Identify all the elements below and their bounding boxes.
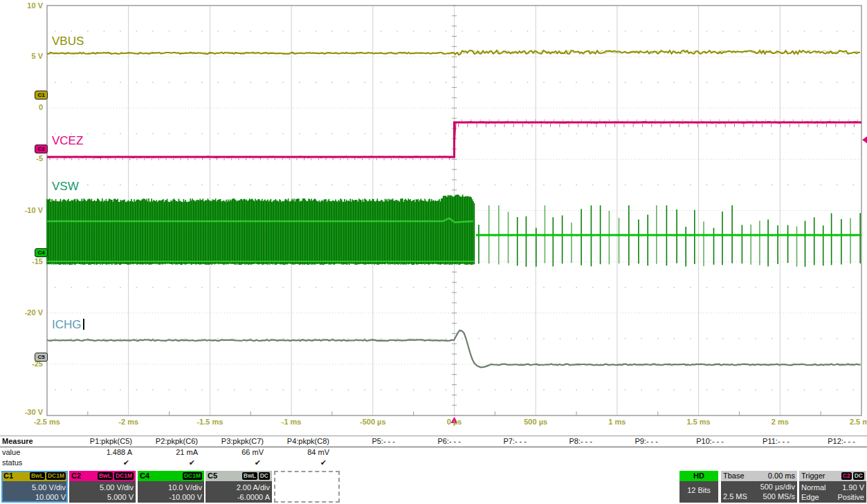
dc1m-badge: DC1M bbox=[46, 472, 66, 480]
measure-status-p2: ✔ bbox=[134, 458, 199, 468]
channel-marker-c1[interactable]: C1 bbox=[35, 91, 48, 100]
trace-label-vbus[interactable]: VBUS bbox=[52, 35, 84, 48]
measure-status-row: status ✔✔✔✔ bbox=[0, 458, 867, 468]
bwl-badge: BwL bbox=[242, 472, 257, 480]
x-axis-label: 0 µs bbox=[427, 418, 482, 426]
measure-table: Measure P1:pkpk(C5)P2:pkpk(C6)P3:pkpk(C7… bbox=[0, 436, 867, 468]
oscilloscope-screen: 10 V5 V0-5-10 V-15-20 V-25-30 V -2.5 ms-… bbox=[0, 0, 867, 504]
measure-value-p4: 84 mV bbox=[265, 447, 331, 458]
waveform-plot[interactable] bbox=[0, 0, 867, 434]
channel-marker-c5[interactable]: C5 bbox=[35, 353, 48, 362]
channel-descriptor-header: C5BwLDC bbox=[206, 471, 272, 481]
y-axis-label: -20 V bbox=[0, 308, 43, 317]
y-axis-label: 5 V bbox=[0, 52, 43, 60]
hd-mode-box[interactable]: HD 12 Bits bbox=[679, 471, 718, 503]
measure-param-header-p4[interactable]: P4:pkpk(C8) bbox=[265, 436, 331, 447]
x-axis-label: 2 ms bbox=[752, 418, 807, 426]
trigger-level: 1.90 V bbox=[842, 483, 864, 492]
channel-descriptor-header: C2BwLDC1M bbox=[69, 471, 136, 481]
measure-header-label: Measure bbox=[0, 436, 68, 447]
measure-param-headers: P1:pkpk(C5)P2:pkpk(C6)P3:pkpk(C7)P4:pkpk… bbox=[68, 436, 857, 447]
measure-status-label: status bbox=[0, 458, 68, 468]
channel-descriptor-header: C4DC1M bbox=[138, 471, 204, 481]
y-axis-label: -10 V bbox=[0, 206, 43, 214]
trigger-type: Edge bbox=[801, 492, 819, 502]
channel-id: C5 bbox=[208, 471, 217, 481]
measure-param-header-p8[interactable]: P8:- - - bbox=[528, 436, 594, 447]
measure-param-header-p5[interactable]: P5:- - - bbox=[331, 436, 396, 447]
x-axis-label: 1.5 ms bbox=[671, 418, 727, 426]
channel-offset: 10.000 V bbox=[1, 492, 68, 502]
measure-header-row: Measure P1:pkpk(C5)P2:pkpk(C6)P3:pkpk(C7… bbox=[0, 436, 867, 447]
measure-values: 1.488 A21 mA66 mV84 mV bbox=[68, 447, 857, 458]
measure-value-row: value 1.488 A21 mA66 mV84 mV bbox=[0, 447, 867, 458]
channel-scale: 2.00 A/div bbox=[206, 481, 272, 492]
channel-marker-c4[interactable]: C4 bbox=[35, 248, 48, 257]
measure-param-header-p10[interactable]: P10:- - - bbox=[659, 436, 725, 447]
measure-value-p10 bbox=[659, 447, 725, 458]
x-axis-label: 500 µs bbox=[508, 418, 563, 426]
measure-param-header-p1[interactable]: P1:pkpk(C5) bbox=[68, 436, 134, 447]
measure-value-p11 bbox=[725, 447, 791, 458]
measure-param-header-p3[interactable]: P3:pkpk(C7) bbox=[199, 436, 265, 447]
channel-descriptor-c1[interactable]: C1BwLDC1M5.00 V/div10.000 V bbox=[1, 471, 68, 503]
bwl-badge: BwL bbox=[30, 472, 45, 480]
trace-label-text: ICHG bbox=[52, 318, 82, 331]
channel-marker-c2[interactable]: C2 bbox=[35, 144, 48, 153]
measure-value-p1: 1.488 A bbox=[68, 447, 134, 458]
measure-status-p3: ✔ bbox=[199, 458, 265, 468]
x-axis-label: 2.5 ms bbox=[834, 418, 867, 426]
timebase-box[interactable]: Tbase 0.00 ms 500 µs/div 2.5 MS 500 MS/s bbox=[721, 471, 797, 503]
trigger-source-badge: C2 bbox=[841, 472, 852, 480]
measure-param-header-p9[interactable]: P9:- - - bbox=[594, 436, 659, 447]
measure-param-header-p11[interactable]: P11:- - - bbox=[725, 436, 791, 447]
x-axis-label: -500 µs bbox=[345, 418, 401, 426]
measure-value-label: value bbox=[0, 447, 68, 458]
measure-value-p5 bbox=[331, 447, 396, 458]
empty-channel-slot[interactable] bbox=[274, 471, 340, 503]
timebase-per-div: 500 µs/div bbox=[721, 482, 795, 492]
measure-param-header-p6[interactable]: P6:- - - bbox=[396, 436, 462, 447]
measure-value-p12 bbox=[791, 447, 857, 458]
channel-descriptor-c5[interactable]: C5BwLDC2.00 A/div-6.0000 A bbox=[206, 471, 272, 503]
channel-offset: -6.0000 A bbox=[206, 492, 272, 502]
channel-offset: -10.000 V bbox=[138, 492, 204, 502]
trigger-title: Trigger bbox=[801, 471, 825, 481]
measure-param-header-p2[interactable]: P2:pkpk(C6) bbox=[134, 436, 199, 447]
y-axis-label: -15 bbox=[0, 257, 43, 265]
channel-scale: 5.00 V/div bbox=[1, 481, 68, 492]
x-axis-label: -2.5 ms bbox=[19, 418, 75, 426]
channel-id: C2 bbox=[71, 471, 81, 481]
x-axis-label: -1 ms bbox=[264, 418, 319, 426]
channel-descriptor-c4[interactable]: C4DC1M10.0 V/div-10.000 V bbox=[138, 471, 204, 503]
measure-value-p9 bbox=[594, 447, 659, 458]
measure-param-header-p7[interactable]: P7:- - - bbox=[462, 436, 528, 447]
measure-value-p2: 21 mA bbox=[134, 447, 199, 458]
measure-value-p3: 66 mV bbox=[199, 447, 265, 458]
measure-param-header-p12[interactable]: P12:- - - bbox=[791, 436, 857, 447]
y-axis-label: -5 bbox=[0, 154, 43, 162]
trigger-coupling-badge: DC bbox=[853, 472, 864, 480]
channel-descriptor-c2[interactable]: C2BwLDC1M5.00 V/div5.000 V bbox=[69, 471, 136, 503]
hd-bits: 12 Bits bbox=[679, 481, 718, 495]
text-cursor bbox=[83, 319, 84, 330]
dc1m-badge: DC1M bbox=[183, 472, 202, 480]
trace-label-text: VCEZ bbox=[52, 134, 83, 147]
timebase-offset: 0.00 ms bbox=[768, 471, 795, 481]
measure-value-p6 bbox=[396, 447, 462, 458]
y-axis-label: 0 bbox=[0, 103, 43, 111]
trace-label-text: VSW bbox=[52, 180, 79, 193]
trace-label-vcez[interactable]: VCEZ bbox=[52, 134, 83, 148]
trace-label-vsw[interactable]: VSW bbox=[52, 180, 79, 194]
measure-status-p9 bbox=[594, 458, 659, 468]
x-axis-label: -1.5 ms bbox=[182, 418, 237, 426]
trigger-box[interactable]: Trigger C2 DC Normal 1.90 V Edge Positiv… bbox=[799, 471, 866, 503]
channel-descriptor-header: C1BwLDC1M bbox=[1, 471, 68, 481]
measure-value-p7 bbox=[462, 447, 528, 458]
measure-status-p1: ✔ bbox=[68, 458, 134, 468]
measure-status-p5 bbox=[331, 458, 396, 468]
trace-label-ichg[interactable]: ICHG bbox=[52, 318, 84, 332]
measure-statuses: ✔✔✔✔ bbox=[68, 458, 857, 468]
channel-id: C4 bbox=[140, 471, 149, 481]
measure-status-p8 bbox=[528, 458, 594, 468]
